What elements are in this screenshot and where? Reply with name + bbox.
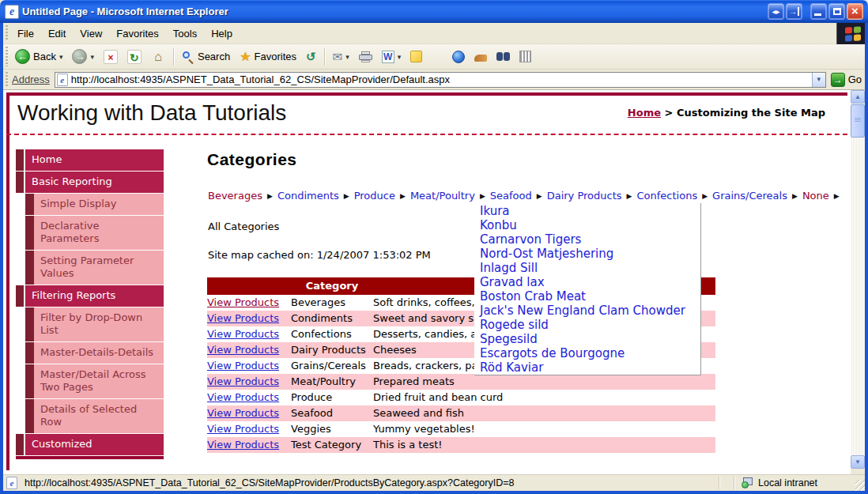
word-dropdown-icon[interactable]: ▾ [398, 53, 402, 61]
flyout-item-escargots[interactable]: Escargots de Bourgogne [480, 346, 700, 360]
view-products-link[interactable]: View Products [207, 296, 279, 308]
view-products-link[interactable]: View Products [207, 312, 279, 324]
category-menu-produce[interactable]: Produce [354, 190, 395, 202]
toolbar-grip-2[interactable] [6, 47, 8, 66]
view-products-link[interactable]: View Products [207, 391, 279, 403]
table-row: View ProductsMeat/PoultryPrepared meats [207, 374, 715, 390]
flyout-item-rod-kaviar[interactable]: Röd Kaviar [480, 360, 700, 375]
windows-flag-icon [845, 26, 861, 41]
sidebar-item-customized[interactable]: Customized [16, 434, 164, 455]
menu-edit[interactable]: Edit [41, 25, 73, 42]
sidebar-tab [16, 172, 24, 193]
window-nav-button[interactable]: ◂▸ [768, 3, 784, 20]
category-menu-none[interactable]: None [802, 190, 829, 202]
category-menu-seafood[interactable]: Seafood [490, 190, 532, 202]
flyout-item-spegesild[interactable]: Spegesild [480, 332, 700, 346]
history-button[interactable]: ↺ [301, 47, 321, 66]
menu-favorites[interactable]: Favorites [109, 25, 165, 42]
mail-dropdown-icon[interactable]: ▾ [345, 53, 349, 61]
sidebar-item-filtering-reports[interactable]: Filtering Reports [16, 285, 164, 307]
addon-button-2[interactable] [515, 48, 536, 65]
category-menu-dairy-products[interactable]: Dairy Products [547, 190, 622, 202]
table-row: View ProductsVeggiesYummy vegetables! [207, 421, 715, 437]
category-menu-condiments[interactable]: Condiments [277, 190, 339, 202]
back-button[interactable]: ← Back ▾ [10, 47, 67, 66]
discuss-button[interactable] [406, 48, 427, 65]
grid-icon [519, 51, 531, 62]
sidebar-item-home[interactable]: Home [16, 149, 164, 171]
favorites-button[interactable]: ★ Favorites [235, 47, 301, 66]
addon-button-1[interactable] [470, 49, 492, 64]
maximize-button[interactable] [828, 3, 845, 20]
sidebar-item-setting-parameter-values[interactable]: Setting Parameter Values [25, 251, 164, 285]
category-menu-confections[interactable]: Confections [637, 190, 698, 202]
description-cell: This is a test! [373, 437, 715, 453]
forward-dropdown-icon[interactable]: ▾ [90, 53, 94, 61]
refresh-button[interactable]: ↻ [123, 47, 146, 66]
messenger-button[interactable] [447, 48, 470, 66]
scroll-up-button[interactable]: ▲ [851, 90, 865, 104]
status-left-pane: e http://localhost:4935/ASPNET_Data_Tuto… [3, 477, 711, 489]
flyout-item-gravad-lax[interactable]: Gravad lax [480, 275, 700, 289]
view-products-link[interactable]: View Products [207, 328, 279, 340]
flyout-item-inlagd-sill[interactable]: Inlagd Sill [480, 261, 700, 275]
print-button[interactable] [354, 49, 377, 65]
back-icon: ← [15, 49, 30, 64]
view-products-link[interactable]: View Products [207, 344, 279, 356]
flyout-item-carnarvon-tigers[interactable]: Carnarvon Tigers [480, 232, 700, 247]
stop-button[interactable]: × [99, 47, 123, 66]
home-button[interactable]: ⌂ [146, 47, 170, 66]
flyout-item-boston-crab-meat[interactable]: Boston Crab Meat [480, 289, 700, 304]
sidebar-item-basic-reporting[interactable]: Basic Reporting [16, 172, 164, 193]
sidebar-item-simple-display[interactable]: Simple Display [25, 194, 164, 216]
breadcrumb-home-link[interactable]: Home [628, 107, 661, 119]
category-menu-beverages[interactable]: Beverages [208, 190, 262, 202]
close-button[interactable]: × [847, 3, 863, 20]
sidebar-item-master-detail-two-pages[interactable]: Master/Detail Across Two Pages [25, 364, 164, 399]
view-products-link[interactable]: View Products [207, 375, 279, 387]
forward-button[interactable]: → ▾ [67, 47, 99, 66]
menu-arrow-icon: ▶ [537, 192, 542, 200]
view-products-link[interactable]: View Products [207, 439, 279, 451]
view-products-link[interactable]: View Products [207, 423, 279, 435]
menu-tools[interactable]: Tools [166, 25, 204, 42]
favorites-label: Favorites [255, 51, 296, 62]
sidebar-item-filter-by-dropdown-list[interactable]: Filter by Drop-Down List [25, 307, 164, 342]
flyout-item-konbu[interactable]: Konbu [480, 218, 700, 232]
sidebar-item-declarative-parameters[interactable]: Declarative Parameters [25, 216, 164, 251]
view-products-link[interactable]: View Products [207, 360, 279, 371]
flyout-item-nord-ost-matjeshering[interactable]: Nord-Ost Matjeshering [480, 247, 700, 261]
flyout-item-rogede-sild[interactable]: Rogede sild [480, 318, 700, 332]
addressbar-grip[interactable] [6, 72, 8, 88]
category-menu-grains-cereals[interactable]: Grains/Cereals [712, 190, 787, 202]
browser-window: e Untitled Page - Microsoft Internet Exp… [0, 0, 868, 494]
toolbar-grip[interactable] [6, 25, 8, 42]
address-dropdown-button[interactable]: ▾ [812, 73, 825, 87]
search-button[interactable]: Search [177, 48, 235, 66]
sidebar-tab [25, 251, 34, 285]
flyout-item-ikura[interactable]: Ikura [480, 204, 700, 218]
address-url-text[interactable]: http://localhost:4935/ASPNET_Data_Tutori… [71, 74, 812, 85]
back-dropdown-icon[interactable]: ▾ [59, 53, 63, 61]
breadcrumb: Home > Customizing the Site Map [628, 107, 825, 119]
minimize-button[interactable] [810, 3, 827, 20]
flyout-item-jacks-clam-chowder[interactable]: Jack's New England Clam Chowder [480, 304, 700, 318]
research-button[interactable] [492, 49, 515, 64]
sidebar-item-master-details-details[interactable]: Master-Details-Details [25, 342, 164, 364]
page-top-border [6, 92, 847, 96]
address-input[interactable]: e http://localhost:4935/ASPNET_Data_Tuto… [55, 72, 826, 88]
edit-with-word-button[interactable]: W ▾ [377, 48, 406, 66]
category-menu-meat-poultry[interactable]: Meat/Poultry [410, 190, 475, 202]
menu-file[interactable]: File [10, 25, 41, 42]
mail-button[interactable]: ✉ ▾ [328, 47, 354, 66]
menu-view[interactable]: View [73, 25, 109, 42]
scrollbar-thumb[interactable] [851, 104, 865, 138]
view-products-link[interactable]: View Products [207, 407, 279, 419]
window-fullscreen-button[interactable]: → [786, 3, 802, 20]
scroll-down-button[interactable]: ▼ [851, 455, 865, 469]
search-icon [182, 51, 194, 63]
go-button[interactable]: → Go [826, 73, 868, 87]
sidebar-item-details-of-selected-row[interactable]: Details of Selected Row [25, 399, 164, 434]
vertical-scrollbar[interactable]: ▲ ▼ [851, 90, 865, 469]
menu-help[interactable]: Help [204, 25, 240, 42]
